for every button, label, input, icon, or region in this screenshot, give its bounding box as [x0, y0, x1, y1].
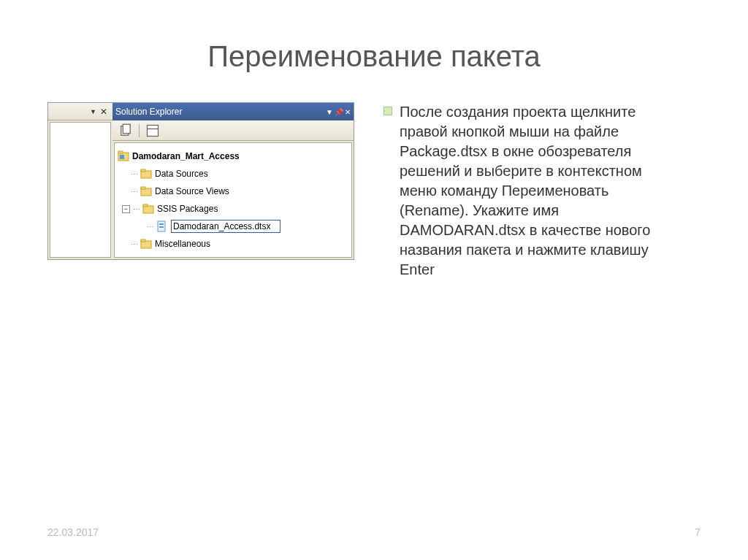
rename-input[interactable]	[171, 220, 280, 233]
folder-icon	[140, 238, 152, 250]
data-sources-label: Data Sources	[155, 169, 208, 179]
right-column: После создания проекта щелкните правой к…	[354, 102, 668, 280]
panel-close-icon[interactable]: ✕	[98, 107, 110, 117]
toolbar-divider	[139, 124, 140, 137]
solution-explorer-title: Solution Explorer	[115, 107, 182, 117]
left-tool-panel: ▼ ✕	[48, 103, 112, 259]
package-file-node[interactable]: ⋯	[118, 218, 348, 235]
titlebar-controls: ▼ 📌 ✕	[326, 108, 351, 116]
svg-rect-12	[143, 204, 148, 207]
data-sources-node[interactable]: ⋯ Data Sources	[118, 165, 348, 183]
tree-connector: ⋯	[131, 170, 137, 178]
footer-page-number: 7	[695, 526, 701, 538]
solution-explorer-titlebar[interactable]: Solution Explorer ▼ 📌 ✕	[112, 103, 354, 120]
footer-date: 22.03.2017	[47, 526, 99, 538]
body-text: После создания проекта щелкните правой к…	[400, 102, 668, 280]
svg-rect-2	[148, 125, 159, 136]
folder-icon	[142, 203, 154, 215]
left-panel-toolbar: ▼ ✕	[48, 103, 112, 120]
tree-connector: ⋯	[131, 240, 137, 248]
solution-explorer-toolbar	[112, 120, 354, 141]
tree-connector: ⋯	[131, 188, 137, 196]
ssis-packages-label: SSIS Packages	[157, 204, 218, 214]
screenshot-container: ▼ ✕ Solution Explorer ▼ 📌 ✕	[47, 102, 354, 260]
dtsx-file-icon	[156, 220, 168, 232]
svg-rect-6	[120, 155, 124, 159]
properties-icon[interactable]	[145, 123, 160, 138]
close-icon[interactable]: ✕	[345, 108, 351, 116]
solution-explorer-panel: Solution Explorer ▼ 📌 ✕	[112, 103, 354, 259]
miscellaneous-node[interactable]: ⋯ Miscellaneous	[118, 235, 348, 253]
svg-rect-8	[141, 169, 145, 172]
left-column: ▼ ✕ Solution Explorer ▼ 📌 ✕	[47, 102, 354, 280]
data-source-views-node[interactable]: ⋯ Data Source Views	[118, 183, 348, 200]
solution-tree[interactable]: Damodaran_Mart_Access ⋯ Data Sources ⋯	[114, 142, 352, 258]
folder-icon	[140, 168, 152, 180]
left-panel-body	[50, 122, 111, 258]
slide-title: Переименование пакета	[0, 40, 748, 73]
slide-footer: 22.03.2017 7	[0, 526, 748, 538]
svg-rect-17	[141, 239, 145, 242]
content-area: ▼ ✕ Solution Explorer ▼ 📌 ✕	[0, 102, 748, 280]
project-label: Damodaran_Mart_Access	[132, 151, 240, 161]
svg-rect-15	[159, 226, 164, 228]
project-icon	[118, 150, 129, 162]
svg-rect-5	[118, 151, 123, 153]
expand-minus-icon[interactable]: −	[122, 205, 130, 213]
svg-rect-1	[123, 124, 130, 134]
ssis-packages-node[interactable]: − ⋯ SSIS Packages	[118, 200, 348, 218]
panel-menu-icon[interactable]: ▼	[326, 108, 333, 116]
tree-connector: ⋯	[133, 205, 140, 213]
panel-dropdown-icon[interactable]: ▼	[90, 108, 96, 115]
folder-icon	[140, 185, 152, 197]
project-node[interactable]: Damodaran_Mart_Access	[118, 147, 348, 165]
bullet-icon	[383, 107, 392, 115]
data-source-views-label: Data Source Views	[155, 186, 229, 196]
tree-connector: ⋯	[147, 223, 153, 231]
bullet-item: После создания проекта щелкните правой к…	[383, 102, 668, 280]
svg-rect-14	[159, 223, 164, 225]
pin-icon[interactable]: 📌	[335, 108, 343, 116]
svg-rect-10	[141, 187, 145, 189]
miscellaneous-label: Miscellaneous	[155, 239, 210, 249]
copy-icon[interactable]	[118, 123, 133, 138]
